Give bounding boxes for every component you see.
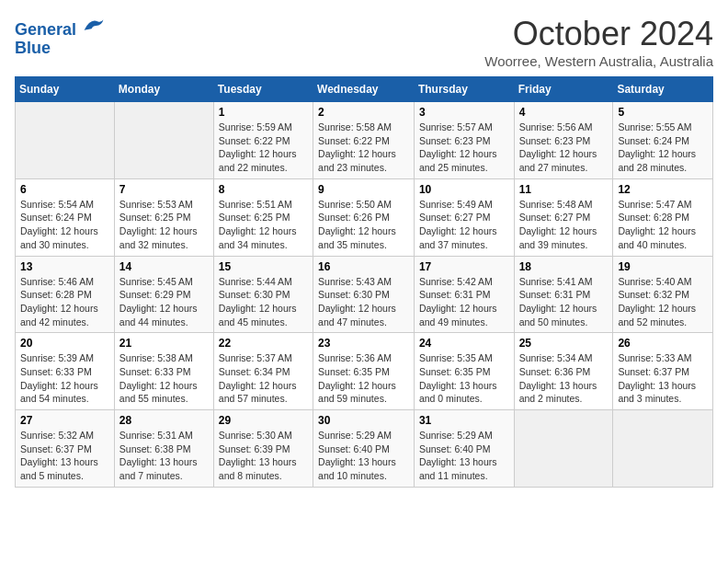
day-number: 18: [519, 260, 609, 273]
day-detail: Sunrise: 5:32 AMSunset: 6:37 PMDaylight:…: [20, 429, 109, 483]
col-monday: Monday: [114, 77, 213, 102]
table-row: 1Sunrise: 5:59 AMSunset: 6:22 PMDaylight…: [213, 102, 313, 179]
day-detail: Sunrise: 5:51 AMSunset: 6:25 PMDaylight:…: [219, 198, 308, 252]
day-number: 10: [419, 183, 509, 196]
day-number: 29: [219, 414, 308, 427]
table-row: [613, 410, 713, 488]
table-row: 14Sunrise: 5:45 AMSunset: 6:29 PMDayligh…: [114, 256, 213, 333]
day-detail: Sunrise: 5:38 AMSunset: 6:33 PMDaylight:…: [119, 351, 209, 406]
day-detail: Sunrise: 5:39 AMSunset: 6:33 PMDaylight:…: [20, 351, 109, 406]
table-row: 16Sunrise: 5:43 AMSunset: 6:30 PMDayligh…: [313, 256, 415, 333]
col-saturday: Saturday: [613, 77, 713, 102]
table-row: 12Sunrise: 5:47 AMSunset: 6:28 PMDayligh…: [613, 178, 713, 256]
col-sunday: Sunday: [16, 77, 115, 102]
day-detail: Sunrise: 5:49 AMSunset: 6:27 PMDaylight:…: [419, 198, 509, 252]
week-row-2: 6Sunrise: 5:54 AMSunset: 6:24 PMDaylight…: [16, 178, 713, 256]
title-area: October 2024 Woorree, Western Australia,…: [484, 15, 713, 69]
table-row: 23Sunrise: 5:36 AMSunset: 6:35 PMDayligh…: [313, 333, 415, 410]
day-number: 8: [219, 183, 308, 196]
day-number: 17: [419, 260, 509, 273]
day-detail: Sunrise: 5:59 AMSunset: 6:22 PMDaylight:…: [219, 121, 308, 175]
day-detail: Sunrise: 5:44 AMSunset: 6:30 PMDaylight:…: [219, 275, 308, 329]
day-detail: Sunrise: 5:48 AMSunset: 6:27 PMDaylight:…: [519, 198, 609, 252]
col-friday: Friday: [514, 77, 613, 102]
table-row: 2Sunrise: 5:58 AMSunset: 6:22 PMDaylight…: [313, 102, 415, 179]
day-number: 4: [519, 106, 609, 119]
day-detail: Sunrise: 5:45 AMSunset: 6:29 PMDaylight:…: [119, 275, 209, 329]
day-number: 5: [618, 106, 708, 119]
table-row: 25Sunrise: 5:34 AMSunset: 6:36 PMDayligh…: [514, 333, 613, 410]
week-row-5: 27Sunrise: 5:32 AMSunset: 6:37 PMDayligh…: [16, 410, 713, 488]
day-number: 24: [419, 337, 509, 350]
table-row: [114, 102, 213, 179]
day-detail: Sunrise: 5:54 AMSunset: 6:24 PMDaylight:…: [20, 198, 109, 252]
day-number: 11: [519, 183, 609, 196]
page-header: General Blue October 2024 Woorree, Weste…: [15, 15, 713, 69]
logo: General Blue: [15, 18, 105, 58]
day-detail: Sunrise: 5:40 AMSunset: 6:32 PMDaylight:…: [618, 275, 708, 329]
day-number: 13: [20, 260, 109, 273]
table-row: 8Sunrise: 5:51 AMSunset: 6:25 PMDaylight…: [213, 178, 313, 256]
day-number: 30: [318, 414, 409, 427]
day-detail: Sunrise: 5:36 AMSunset: 6:35 PMDaylight:…: [318, 351, 409, 406]
day-number: 27: [20, 414, 109, 427]
day-number: 9: [318, 183, 409, 196]
day-detail: Sunrise: 5:56 AMSunset: 6:23 PMDaylight:…: [519, 121, 609, 175]
table-row: 13Sunrise: 5:46 AMSunset: 6:28 PMDayligh…: [16, 256, 115, 333]
calendar-header-row: Sunday Monday Tuesday Wednesday Thursday…: [16, 77, 713, 102]
col-thursday: Thursday: [414, 77, 514, 102]
table-row: 17Sunrise: 5:42 AMSunset: 6:31 PMDayligh…: [414, 256, 514, 333]
day-detail: Sunrise: 5:55 AMSunset: 6:24 PMDaylight:…: [618, 121, 708, 175]
col-wednesday: Wednesday: [313, 77, 415, 102]
table-row: 20Sunrise: 5:39 AMSunset: 6:33 PMDayligh…: [16, 333, 115, 410]
day-number: 22: [219, 337, 308, 350]
day-number: 20: [20, 337, 109, 350]
day-number: 19: [618, 260, 708, 273]
day-number: 26: [618, 337, 708, 350]
day-detail: Sunrise: 5:42 AMSunset: 6:31 PMDaylight:…: [419, 275, 509, 329]
table-row: 27Sunrise: 5:32 AMSunset: 6:37 PMDayligh…: [16, 410, 115, 488]
day-number: 3: [419, 106, 509, 119]
day-number: 25: [519, 337, 609, 350]
day-number: 7: [119, 183, 209, 196]
table-row: 5Sunrise: 5:55 AMSunset: 6:24 PMDaylight…: [613, 102, 713, 179]
day-detail: Sunrise: 5:50 AMSunset: 6:26 PMDaylight:…: [318, 198, 409, 252]
table-row: 7Sunrise: 5:53 AMSunset: 6:25 PMDaylight…: [114, 178, 213, 256]
month-title: October 2024: [484, 15, 713, 53]
day-number: 15: [219, 260, 308, 273]
day-detail: Sunrise: 5:29 AMSunset: 6:40 PMDaylight:…: [419, 429, 509, 483]
table-row: 11Sunrise: 5:48 AMSunset: 6:27 PMDayligh…: [514, 178, 613, 256]
day-number: 16: [318, 260, 409, 273]
table-row: 29Sunrise: 5:30 AMSunset: 6:39 PMDayligh…: [213, 410, 313, 488]
day-number: 23: [318, 337, 409, 350]
day-detail: Sunrise: 5:58 AMSunset: 6:22 PMDaylight:…: [318, 121, 409, 175]
day-detail: Sunrise: 5:53 AMSunset: 6:25 PMDaylight:…: [119, 198, 209, 252]
logo-bird-icon: [83, 17, 105, 35]
day-detail: Sunrise: 5:47 AMSunset: 6:28 PMDaylight:…: [618, 198, 708, 252]
day-number: 14: [119, 260, 209, 273]
day-number: 6: [20, 183, 109, 196]
table-row: 10Sunrise: 5:49 AMSunset: 6:27 PMDayligh…: [414, 178, 514, 256]
day-detail: Sunrise: 5:33 AMSunset: 6:37 PMDaylight:…: [618, 351, 708, 406]
table-row: 22Sunrise: 5:37 AMSunset: 6:34 PMDayligh…: [213, 333, 313, 410]
day-detail: Sunrise: 5:41 AMSunset: 6:31 PMDaylight:…: [519, 275, 609, 329]
table-row: 15Sunrise: 5:44 AMSunset: 6:30 PMDayligh…: [213, 256, 313, 333]
day-number: 21: [119, 337, 209, 350]
day-number: 28: [119, 414, 209, 427]
week-row-3: 13Sunrise: 5:46 AMSunset: 6:28 PMDayligh…: [16, 256, 713, 333]
logo-text-blue: Blue: [15, 40, 105, 58]
table-row: 31Sunrise: 5:29 AMSunset: 6:40 PMDayligh…: [414, 410, 514, 488]
day-number: 31: [419, 414, 509, 427]
week-row-4: 20Sunrise: 5:39 AMSunset: 6:33 PMDayligh…: [16, 333, 713, 410]
table-row: [16, 102, 115, 179]
day-detail: Sunrise: 5:37 AMSunset: 6:34 PMDaylight:…: [219, 351, 308, 406]
col-tuesday: Tuesday: [213, 77, 313, 102]
day-detail: Sunrise: 5:43 AMSunset: 6:30 PMDaylight:…: [318, 275, 409, 329]
table-row: 30Sunrise: 5:29 AMSunset: 6:40 PMDayligh…: [313, 410, 415, 488]
day-detail: Sunrise: 5:46 AMSunset: 6:28 PMDaylight:…: [20, 275, 109, 329]
day-detail: Sunrise: 5:57 AMSunset: 6:23 PMDaylight:…: [419, 121, 509, 175]
table-row: 18Sunrise: 5:41 AMSunset: 6:31 PMDayligh…: [514, 256, 613, 333]
table-row: 4Sunrise: 5:56 AMSunset: 6:23 PMDaylight…: [514, 102, 613, 179]
day-detail: Sunrise: 5:31 AMSunset: 6:38 PMDaylight:…: [119, 429, 209, 483]
day-detail: Sunrise: 5:34 AMSunset: 6:36 PMDaylight:…: [519, 351, 609, 406]
